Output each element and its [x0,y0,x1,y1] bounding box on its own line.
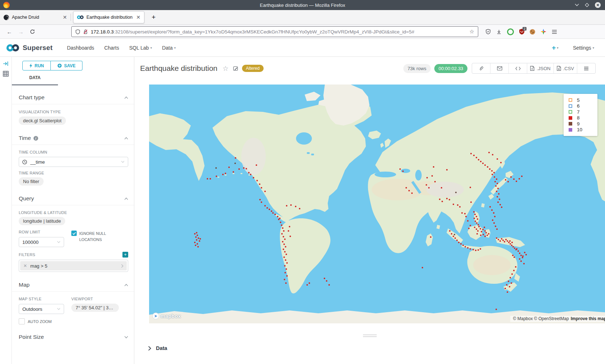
earthquake-point [475,250,476,251]
nav-charts[interactable]: Charts [104,45,119,51]
forward-button[interactable]: → [15,29,27,35]
add-filter-button[interactable]: + [122,252,128,258]
data-results-panel[interactable]: Data [134,340,605,351]
edit-pencil-icon[interactable] [233,66,238,71]
back-button[interactable]: ← [4,29,15,35]
ublock-icon[interactable]: 2 [519,29,524,35]
export-csv-button[interactable]: .CSV [554,63,577,73]
tab-close-icon[interactable]: ✕ [136,14,140,20]
dataset-grid-icon[interactable] [3,71,9,77]
window-minimize-button[interactable] [575,4,579,6]
earthquake-point [478,159,479,160]
earthquake-point [476,157,477,158]
more-menu-button[interactable] [577,63,595,73]
visualization-type-value[interactable]: deck.gl Scatterplot [19,117,66,125]
section-chart-type[interactable]: Chart type [19,94,128,101]
copy-link-button[interactable] [472,63,490,73]
earthquake-point [511,273,513,275]
deckgl-map[interactable]: 5678910 ➤ mapbox © Mapbox © OpenStreetMa… [149,85,605,323]
export-json-button[interactable]: .JSON [527,63,553,73]
new-item-button[interactable]: +▾ [552,44,559,52]
cookie-icon[interactable] [530,29,535,35]
chevron-right-icon[interactable] [121,264,124,268]
embed-code-button[interactable] [508,63,527,73]
reload-button[interactable] [27,29,38,34]
legend-item[interactable]: 9 [569,121,597,127]
nav-data[interactable]: Data▾ [162,45,176,51]
new-tab-button[interactable]: + [152,13,156,21]
url-bar[interactable]: 172.18.0.3 :32108/superset/explore/?form… [71,26,478,37]
tab-data[interactable]: DATA [12,70,58,85]
legend-swatch [569,110,572,114]
time-range-value[interactable]: No filter [19,177,44,186]
earthquake-point [484,236,486,237]
improve-map-link[interactable]: Improve this map [571,316,605,321]
attribution-text[interactable]: © Mapbox © OpenStreetMap [513,316,569,321]
time-column-select[interactable]: __time [19,157,128,167]
filter-value[interactable]: mag > 5 [30,263,47,269]
legend-item[interactable]: 5 [569,97,597,103]
altered-badge[interactable]: Altered [242,65,264,72]
section-time[interactable]: Time i [19,135,128,141]
extension-green-icon[interactable] [507,28,514,35]
pocket-shield-icon[interactable] [485,29,491,35]
run-button[interactable]: RUN [22,61,51,70]
tab-close-icon[interactable]: ✕ [63,14,67,20]
section-query[interactable]: Query [19,195,128,202]
section-map[interactable]: Map [19,282,128,288]
download-icon[interactable] [496,29,502,35]
nav-sql-lab[interactable]: SQL Lab▾ [129,45,152,51]
remove-filter-icon[interactable]: ✕ [23,263,27,268]
earthquake-point [512,255,514,256]
earthquake-point [524,252,525,253]
earthquake-point [194,242,196,243]
window-close-button[interactable]: ✕ [595,2,601,8]
earthquake-point [501,238,502,240]
earthquake-point [474,218,475,219]
earthquake-point [481,231,482,232]
viewport-value[interactable]: 7° 35' 54.02" | 31... [71,304,119,312]
row-limit-select[interactable]: 100000 [19,237,64,247]
legend-item[interactable]: 7 [569,109,597,115]
earthquake-point [199,240,200,242]
section-point-size[interactable]: Point Size [19,334,128,340]
nav-settings[interactable]: Settings▾ [573,45,594,51]
file-icon [530,66,534,71]
ignore-null-checkbox[interactable] [71,231,77,236]
panel-drag-handle[interactable] [363,333,377,337]
tab-earthquake-distribution[interactable]: Earthquake distribution ✕ [73,11,144,23]
earthquake-point [433,166,434,168]
menu-icon[interactable] [552,29,557,34]
legend-swatch [569,116,572,120]
legend-item[interactable]: 8 [569,115,597,121]
filter-control[interactable]: ✕ mag > 5 [19,260,128,272]
legend-item[interactable]: 6 [569,103,597,109]
superset-logo[interactable]: Superset [6,44,53,52]
save-button[interactable]: SAVE [51,61,82,70]
window-maximize-button[interactable] [585,3,589,7]
legend-item[interactable]: 10 [569,127,597,133]
earthquake-point [513,178,515,180]
tracking-shield-icon[interactable] [75,29,80,35]
envelope-icon [497,66,502,70]
earthquake-point [286,275,288,277]
email-button[interactable] [490,63,508,73]
lonlat-value[interactable]: longitude | latitude [19,217,65,225]
info-icon[interactable]: i [33,136,38,141]
earthquake-point [505,179,506,181]
earthquake-point [492,154,493,155]
nav-dashboards[interactable]: Dashboards [67,45,94,51]
expand-datasource-icon[interactable] [3,61,9,66]
bookmark-star-icon[interactable]: ☆ [470,28,474,35]
favorite-star-icon[interactable]: ☆ [223,64,229,72]
auto-zoom-checkbox[interactable] [19,318,25,324]
insecure-lock-icon[interactable] [83,29,88,35]
earthquake-point [464,213,466,214]
mapbox-logo[interactable]: ➤ mapbox [152,313,181,319]
map-style-select[interactable]: Outdoors [19,304,64,314]
earthquake-point [498,193,499,195]
earthquake-point [496,191,497,192]
pinwheel-icon[interactable] [541,29,546,35]
tab-apache-druid[interactable]: Apache Druid ✕ [0,12,71,23]
earthquake-point [523,263,525,264]
